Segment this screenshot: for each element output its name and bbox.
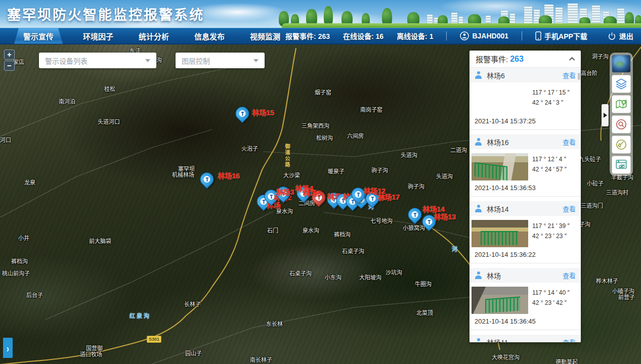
map-tools-toolbar [610, 53, 633, 176]
map-place-label: 小东沟 [325, 273, 341, 281]
marker-label: 林场3 [276, 187, 294, 197]
left-panel-expand-button[interactable]: › [3, 338, 13, 358]
latitude-value: 42 ° 24 ′ 3 ″ [532, 98, 570, 108]
alarm-timestamp: 2021-10-14 15:37:25 [475, 117, 581, 125]
collapse-panel-icon[interactable] [569, 57, 575, 62]
power-icon [608, 32, 616, 40]
clear-map-icon[interactable] [612, 135, 631, 154]
map-place-label: 北菜顶 [416, 308, 433, 316]
alarm-panel-header: 报警事件: 263 [469, 51, 581, 68]
chevron-down-icon [145, 59, 150, 62]
pin-dot [239, 110, 246, 117]
alarm-coordinates: 117 ° 21 ′ 39 ″42 ° 23 ′ 23 ″ [532, 220, 570, 247]
person-icon [475, 71, 482, 79]
page-title: 塞罕坝防火智能监控报警系统 [7, 4, 204, 24]
layers-icon[interactable] [612, 75, 631, 93]
alarm-site-name: 林场 [487, 270, 501, 281]
nav-tab-1[interactable]: 警示宣传 [14, 28, 63, 44]
alarm-coordinates: 117 ° 14 ′ 40 ″42 ° 23 ′ 42 ″ [532, 287, 570, 314]
hide-window-icon[interactable] [612, 156, 631, 174]
road-number-badge: S301 [147, 336, 161, 343]
pin-dot [412, 211, 418, 218]
panel-scrollbar-thumb[interactable] [578, 73, 580, 80]
map-place-label: 机械林场 [172, 170, 194, 178]
view-link[interactable]: 查看 [563, 137, 576, 147]
map-place-label: 河口 [0, 135, 11, 144]
nav-tab-3[interactable]: 统计分析 [134, 30, 174, 42]
latitude-value: 42 ° 24 ′ 57 ″ [532, 164, 567, 174]
nav-tab-5[interactable]: 视频监测 [245, 30, 285, 42]
marker-label: 林场15 [252, 107, 275, 117]
alarm-timestamp: 2021-10-14 15:36:45 [475, 317, 581, 325]
alarm-event-item[interactable]: 林场查看117 ° 14 ′ 40 ″42 ° 23 ′ 42 ″2021-10… [469, 268, 581, 330]
marker-label: 林场16 [218, 170, 240, 180]
map-place-label: 小狼窝沟 [403, 223, 425, 232]
zoom-out-button[interactable]: − [4, 61, 15, 71]
map-place-label: 园山子 [185, 349, 202, 357]
alarm-event-item[interactable]: 林场16查看117 ° 12 ′ 4 ″42 ° 24 ′ 57 ″2021-1… [469, 134, 581, 197]
nav-tab-2[interactable]: 环境因子 [78, 30, 118, 42]
map-place-label: 洞子沟 [592, 52, 609, 60]
globe-basemap-icon[interactable] [612, 55, 631, 73]
view-link[interactable]: 查看 [563, 204, 576, 213]
alarm-snapshot-thumbnail [472, 153, 528, 180]
map-place-label: 御道公路 [283, 144, 291, 168]
app-download-button[interactable]: 手机APP下载 [535, 31, 587, 41]
alarm-snapshot-empty [472, 86, 528, 114]
map-place-label: 九头砬子 [579, 155, 601, 163]
map-canvas[interactable]: 家店东洼废沟桂松南河泊头道河口河口烟子窑南岗子窑三角架西沟松树沟六间房火泡子头道… [0, 44, 641, 364]
longitude-value: 117 ° 17 ′ 15 ″ [532, 87, 570, 98]
alarm-events-count: 报警事件: 263 [285, 31, 330, 41]
map-place-label: 高台阶 [581, 69, 597, 77]
person-icon [475, 138, 482, 146]
phone-icon [535, 31, 541, 40]
online-devices-count: 在线设备: 16 [343, 31, 383, 41]
main-nav: 警示宣传环境因子统计分析信息发布视频监测 报警事件: 263 在线设备: 16 … [0, 28, 641, 44]
map-place-label: 松树沟 [316, 133, 333, 142]
logout-button[interactable]: 退出 [608, 31, 633, 41]
alarm-timestamp: 2021-10-14 15:36:53 [475, 184, 581, 192]
nav-menu: 警示宣传环境因子统计分析信息发布视频监测 [14, 28, 285, 44]
zoom-in-button[interactable]: + [4, 50, 15, 60]
map-place-label: 小砬子 [587, 179, 604, 187]
map-place-label: 河 [452, 245, 457, 253]
header-banner: 塞罕坝防火智能监控报警系统 [0, 0, 641, 28]
area-search-icon[interactable] [612, 115, 631, 133]
alarm-item-header: 林场6查看 [469, 68, 581, 82]
map-place-label: 七号地沟 [370, 216, 393, 224]
map-place-label: 石桌子沟 [342, 247, 364, 255]
layer-control-placeholder: 图层控制 [182, 56, 210, 66]
map-place-label: 火泡子 [241, 144, 258, 152]
arrow-right-icon [604, 113, 607, 118]
map-place-label: 三道沟村 [606, 188, 628, 196]
alarm-site-name: 林场6 [487, 70, 505, 80]
view-link[interactable]: 查看 [563, 70, 576, 80]
map-annotate-icon[interactable] [612, 95, 631, 113]
map-place-label: 裤档沟 [334, 230, 351, 238]
camera-glyph [427, 220, 431, 224]
map-place-label: 小井 [18, 234, 29, 242]
person-icon [475, 338, 482, 342]
camera-glyph [370, 197, 374, 201]
nav-tab-4[interactable]: 信息发布 [189, 30, 230, 42]
alarm-event-item[interactable]: 林场6查看117 ° 17 ′ 15 ″42 ° 24 ′ 3 ″2021-10… [469, 68, 581, 130]
map-place-label: 家店 [13, 58, 24, 66]
alarm-event-item[interactable]: 林场14查看117 ° 21 ′ 39 ″42 ° 23 ′ 23 ″2021-… [469, 201, 581, 263]
alarm-site-name: 林场16 [487, 137, 509, 147]
map-place-label: 驹子沟 [371, 166, 388, 174]
map-place-label: 三角架西沟 [302, 121, 329, 129]
map-place-label: 龙泉 [24, 178, 35, 186]
map-place-label: 驹子沟 [408, 182, 424, 190]
user-account-button[interactable]: BJAHD001 [460, 31, 508, 40]
panel-expand-tab[interactable] [602, 104, 609, 126]
device-list-dropdown[interactable]: 警示设备列表 [39, 53, 156, 68]
view-link[interactable]: 查看 [563, 337, 576, 342]
camera-glyph [269, 195, 273, 199]
view-link[interactable]: 查看 [563, 270, 576, 280]
map-place-label: 桃山前沟子 [2, 269, 30, 277]
pin-dot [369, 195, 376, 202]
map-place-label: 南长林子 [250, 355, 272, 363]
alarm-event-item[interactable]: 林场11查看117 ° 18 ′ 2 ″ [469, 335, 581, 342]
person-icon [475, 271, 482, 279]
layer-control-dropdown[interactable]: 图层控制 [176, 53, 265, 68]
